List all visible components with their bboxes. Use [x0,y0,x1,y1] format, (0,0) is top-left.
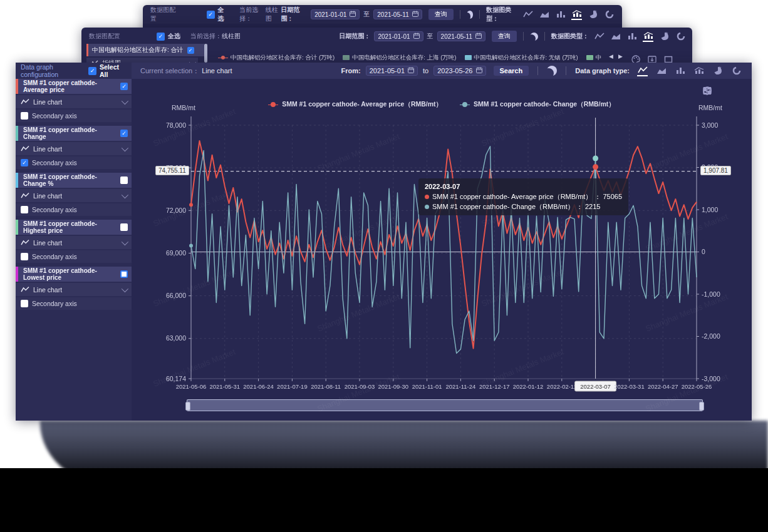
dark-mode-icon[interactable] [547,66,557,76]
background-window-middle: 数据图配置 ✓ 全选 当前选择： 线柱图 日期范围： 2021-01-01 至 … [81,28,692,64]
series-checkbox[interactable] [120,223,128,231]
area-chart-icon[interactable] [539,10,549,19]
bar-line-chart-icon[interactable] [693,66,704,76]
to-label: 至 [427,32,433,41]
secondary-axis-checkbox[interactable]: ✓ [21,159,28,166]
date-from-input[interactable]: 2021-05-01 [366,66,418,76]
secondary-axis-row[interactable]: Secondary axis [16,203,132,216]
secondary-axis-row[interactable]: Secondary axis [16,110,132,122]
chart-type-dropdown[interactable]: Line chart [16,189,132,202]
select-all-label: Select All [100,63,127,78]
secondary-axis-checkbox[interactable] [21,206,28,213]
bar-chart-icon[interactable] [555,10,566,19]
chart-legend[interactable]: SMM #1 copper cathode- Average price（RMB… [132,100,752,109]
svg-text:2022-03-07: 2022-03-07 [580,383,611,390]
date-from-input[interactable]: 2021-01-01 [311,9,360,19]
pie-chart-icon[interactable] [659,32,670,41]
legend-prev-icon[interactable]: ◀ [609,53,613,59]
data-graph-type-label: 数据图类型： [486,6,517,23]
chart-type-icons[interactable] [637,66,742,76]
line-chart-icon[interactable] [594,32,605,41]
dark-mode-icon[interactable] [530,33,538,41]
main-window: Data graph configuration ✓ Select All Cu… [16,63,752,421]
line-chart[interactable]: 78,00075,00072,00069,00066,00063,00060,1… [132,79,752,421]
series-checkbox[interactable]: ✓ [187,47,194,54]
chart-type-dropdown[interactable]: Line chart [16,283,132,296]
bar-chart-icon[interactable] [675,66,685,76]
datazoom-left-handle[interactable] [185,402,190,411]
datazoom-right-handle[interactable] [699,402,704,411]
legend-item[interactable]: SMM #1 copper cathode- Change（RMB/mt） [460,100,615,109]
series-title-row[interactable]: SMM #1 copper cathode- Lowest price [16,267,132,282]
svg-text:2022-01-12: 2022-01-12 [513,383,544,390]
select-all-checkbox[interactable]: ✓ [157,33,165,41]
area-chart-icon[interactable] [610,32,621,41]
series-label: SMM #1 copper cathode- Change [23,126,120,140]
svg-text:2021-07-19: 2021-07-19 [277,383,308,390]
chart-type-dropdown[interactable]: Line chart [16,236,132,249]
secondary-axis-row[interactable]: Secondary axis [16,297,132,310]
select-all-checkbox[interactable]: ✓ [88,67,96,75]
chevron-down-icon [122,144,128,151]
svg-text:2022-02-11: 2022-02-11 [547,383,577,390]
secondary-axis-row[interactable]: Secondary axis [16,250,132,263]
donut-chart-icon[interactable] [731,66,742,76]
series-checkbox[interactable]: ✓ [120,83,128,90]
series-title-row[interactable]: SMM #1 copper cathode- Change✓ [16,126,132,141]
bar-line-chart-icon[interactable] [643,31,653,42]
svg-text:2021-05-31: 2021-05-31 [209,383,240,390]
secondary-axis-row[interactable]: ✓Secondary axis [16,156,132,169]
scrollbar[interactable] [204,44,207,63]
donut-chart-icon[interactable] [675,32,686,41]
date-from-input[interactable]: 2021-01-01 [374,31,423,41]
date-to-input[interactable]: 2021-05-11 [373,9,422,19]
series-title-row[interactable]: SMM #1 copper cathode- Change % [16,173,132,188]
chart-type-dropdown[interactable]: Line chart [16,95,132,108]
series-checkbox[interactable] [120,176,128,184]
legend-item[interactable]: 中国电解铝分地区社会库存: 南海 (万吨) [586,54,601,62]
chart-type-icons[interactable] [522,9,615,20]
chart-legend[interactable]: 中国电解铝分地区社会库存: 合计 (万吨)中国电解铝分地区社会库存: 上海 (万… [218,53,601,63]
secondary-axis-checkbox[interactable] [21,112,28,120]
pie-chart-icon[interactable] [588,10,598,19]
line-chart-icon [21,239,29,246]
series-item[interactable]: 中国电解铝分地区社会库存: 合计 ✓ [86,44,207,56]
dark-mode-icon[interactable] [467,11,474,19]
legend-next-icon[interactable]: ▶ [618,53,623,59]
legend-item[interactable]: SMM #1 copper cathode- Average price（RMB… [268,100,442,109]
legend-item[interactable]: 中国电解铝分地区社会库存: 上海 (万吨) [343,54,456,62]
chart-type-dropdown[interactable]: Line chart [16,142,132,155]
chart-type-value: Line chart [33,286,62,294]
datazoom-slider[interactable] [187,399,703,411]
donut-chart-icon[interactable] [604,10,615,19]
chart-area: 78,00075,00072,00069,00066,00063,00060,1… [132,79,752,421]
chevron-down-icon [122,285,128,292]
chart-type-value: Line chart [33,145,62,153]
date-to-input[interactable]: 2023-05-26 [433,66,485,76]
svg-text:2021-11-01: 2021-11-01 [412,383,442,390]
search-button[interactable]: 查询 [428,9,454,20]
series-title-row[interactable]: SMM #1 copper cathode- Highest price [16,220,132,235]
select-all-label: 全选 [168,32,180,41]
series-checkbox[interactable] [120,270,128,278]
select-all-checkbox[interactable]: ✓ [207,11,215,19]
svg-text:2021-08-11: 2021-08-11 [311,383,341,390]
line-chart-icon[interactable] [522,10,533,19]
line-chart-icon[interactable] [637,66,648,76]
series-title-row[interactable]: SMM #1 copper cathode- Average price✓ [16,79,132,94]
date-to-input[interactable]: 2021-05-11 [437,31,485,41]
area-chart-icon[interactable] [656,66,667,76]
search-button[interactable]: 查询 [492,31,517,42]
bar-line-chart-icon[interactable] [571,9,582,20]
series-checkbox[interactable]: ✓ [120,130,128,137]
bar-chart-icon[interactable] [626,32,637,41]
secondary-axis-checkbox[interactable] [21,253,28,260]
pie-chart-icon[interactable] [712,66,723,76]
legend-item[interactable]: 中国电解铝分地区社会库存: 合计 (万吨) [218,54,335,62]
tooltip-row: SMM #1 copper cathode- Average price（RMB… [425,192,622,202]
search-button[interactable]: Search [494,66,529,76]
secondary-axis-checkbox[interactable] [21,300,28,307]
legend-item[interactable]: 中国电解铝分地区社会库存: 无锡 (万吨) [465,54,578,62]
chart-type-value: Line chart [33,98,62,106]
chart-type-icons[interactable] [594,31,686,42]
